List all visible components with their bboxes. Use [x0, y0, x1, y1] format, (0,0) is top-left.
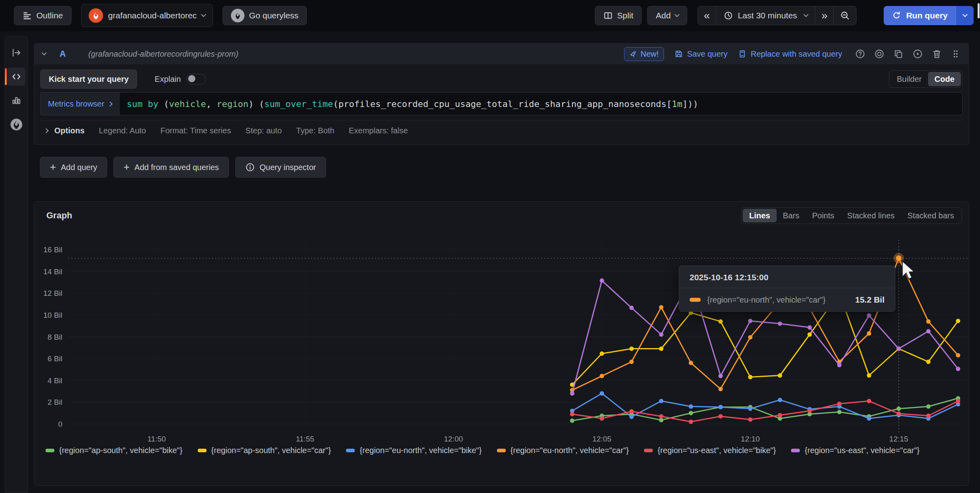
kick-start-label: Kick start your query: [49, 75, 129, 84]
new-badge[interactable]: New!: [624, 47, 664, 61]
drag-handle-icon[interactable]: [951, 49, 960, 59]
legend-label: {region="eu-north", vehicle="bike"}: [360, 446, 481, 455]
tooltip-series-label: {region="eu-north", vehicle="car"}: [707, 295, 825, 305]
run-query-button[interactable]: Run query: [884, 6, 956, 25]
sidebar-item-prometheus[interactable]: [7, 115, 26, 134]
legend-label: {region="ap-south", vehicle="car"}: [211, 446, 331, 455]
query-expression: sum by (vehicle, region) (sum_over_time(…: [127, 99, 698, 109]
run-query-options-caret[interactable]: [956, 6, 974, 25]
option-summary-item: Legend: Auto: [99, 126, 146, 135]
split-label: Split: [617, 11, 634, 20]
sidebar-item-expand-pane[interactable]: [7, 44, 26, 62]
add-from-saved-label: Add from saved queries: [135, 163, 219, 172]
legend-item[interactable]: {region="ap-south", vehicle="car"}: [198, 446, 331, 455]
time-shift-forward-button[interactable]: »: [815, 6, 833, 25]
chevron-down-icon: [962, 12, 968, 17]
record-circle-icon[interactable]: [874, 49, 885, 59]
add-query-label: Add query: [61, 163, 97, 172]
run-query-split-button: Run query: [884, 6, 974, 25]
copy-icon[interactable]: [893, 49, 904, 59]
graph-mode-lines[interactable]: Lines: [743, 209, 776, 222]
split-button[interactable]: Split: [595, 6, 642, 25]
legend-item[interactable]: {region="us-east", vehicle="car"}: [791, 446, 919, 455]
explain-label: Explain: [155, 75, 181, 84]
query-tools-row: Kick start your query Explain Builder Co…: [40, 69, 962, 89]
sidebar-item-visualization[interactable]: [7, 91, 26, 110]
save-query-button[interactable]: Save query: [674, 49, 728, 59]
query-actions-row: + Add query + Add from saved queries Que…: [40, 157, 326, 178]
editor-mode-toggle: Builder Code: [889, 70, 962, 88]
svg-text:11:50: 11:50: [147, 435, 166, 443]
legend-swatch: [497, 449, 506, 452]
replace-label: Replace with saved query: [751, 49, 842, 59]
scrollbar-thumb[interactable]: [978, 3, 980, 18]
svg-text:0: 0: [58, 420, 62, 428]
legend-swatch: [346, 449, 355, 452]
save-query-label: Save query: [687, 49, 728, 59]
timeseries-chart[interactable]: 02 Bil4 Bil6 Bil8 Bil10 Bil12 Bil14 Bil1…: [34, 202, 969, 486]
svg-text:12:15: 12:15: [889, 435, 908, 443]
kick-start-button[interactable]: Kick start your query: [40, 69, 137, 89]
run-query-label: Run query: [906, 11, 948, 20]
svg-text:8 Bil: 8 Bil: [48, 333, 62, 341]
new-badge-label: New!: [640, 49, 659, 59]
editor-mode-builder[interactable]: Builder: [891, 72, 928, 86]
query-inspector-label: Query inspector: [260, 163, 316, 172]
datasource-picker[interactable]: grafanacloud-albertorec: [81, 4, 213, 27]
time-zoom-out-button[interactable]: [833, 6, 856, 25]
graph-mode-stacked-bars[interactable]: Stacked bars: [901, 209, 960, 222]
svg-text:12:05: 12:05: [592, 435, 612, 443]
add-button[interactable]: Add: [647, 6, 687, 25]
time-picker-group: « Last 30 minutes »: [698, 6, 857, 25]
editor-mode-code[interactable]: Code: [928, 72, 961, 86]
trash-icon[interactable]: [932, 49, 942, 59]
option-summary-item: Exemplars: false: [349, 126, 408, 135]
graph-mode-points[interactable]: Points: [806, 209, 841, 222]
metrics-browser-button[interactable]: Metrics browser: [40, 92, 119, 115]
legend-item[interactable]: {region="eu-north", vehicle="car"}: [497, 446, 629, 455]
graph-mode-stacked-lines[interactable]: Stacked lines: [841, 209, 901, 222]
svg-text:4 Bil: 4 Bil: [48, 376, 62, 385]
time-shift-back-button[interactable]: «: [698, 6, 716, 25]
chevron-down-icon: [674, 12, 680, 17]
add-from-saved-queries-button[interactable]: + Add from saved queries: [113, 157, 229, 178]
svg-text:12 Bil: 12 Bil: [43, 289, 62, 297]
tooltip-series-swatch: [690, 298, 701, 302]
replace-with-saved-query-button[interactable]: Replace with saved query: [738, 49, 842, 59]
options-expander[interactable]: Options: [44, 126, 85, 135]
graph-mode-bars[interactable]: Bars: [777, 209, 806, 222]
double-chevron-left-icon: «: [704, 10, 710, 21]
add-label: Add: [656, 11, 670, 20]
add-query-button[interactable]: + Add query: [40, 157, 107, 178]
collapse-chevron-icon[interactable]: [42, 50, 47, 55]
svg-text:14 Bil: 14 Bil: [43, 267, 62, 276]
query-icon-toolbar: [855, 49, 960, 59]
query-ref-id[interactable]: A: [60, 49, 66, 59]
svg-text:12:00: 12:00: [444, 435, 463, 443]
datasource-label: grafanacloud-albertorec: [108, 11, 197, 20]
refresh-icon: [892, 11, 901, 20]
info-circle-icon: [245, 162, 255, 172]
query-editor-card: A (grafanacloud-albertorecordingrules-pr…: [34, 43, 969, 145]
query-inspector-button[interactable]: Query inspector: [235, 157, 326, 178]
topbar-right: Split Add « Last 30 minutes »: [595, 0, 974, 31]
outline-button[interactable]: Outline: [14, 6, 72, 25]
sidebar-item-code-editor[interactable]: [7, 67, 26, 86]
chevron-right-icon: [44, 128, 49, 133]
circle-dot-icon[interactable]: [912, 49, 923, 59]
svg-text:2 Bil: 2 Bil: [48, 398, 62, 406]
explain-toggle[interactable]: [187, 74, 206, 85]
query-row-header: A (grafanacloud-albertorecordingrules-pr…: [34, 44, 968, 64]
svg-text:16 Bil: 16 Bil: [43, 246, 62, 254]
legend-item[interactable]: {region="ap-south", vehicle="bike"}: [46, 446, 183, 455]
query-expression-input[interactable]: sum by (vehicle, region) (sum_over_time(…: [119, 92, 962, 115]
legend-item[interactable]: {region="us-east", vehicle="bike"}: [644, 446, 776, 455]
help-icon[interactable]: [855, 49, 865, 59]
legend-label: {region="us-east", vehicle="car"}: [805, 446, 919, 455]
go-queryless-button[interactable]: Go queryless: [223, 6, 307, 25]
prometheus-flame-icon: [89, 8, 103, 23]
legend-swatch: [198, 449, 207, 452]
assistant-flame-icon: [231, 9, 245, 22]
time-range-picker[interactable]: Last 30 minutes: [716, 6, 815, 25]
legend-item[interactable]: {region="eu-north", vehicle="bike"}: [346, 446, 481, 455]
